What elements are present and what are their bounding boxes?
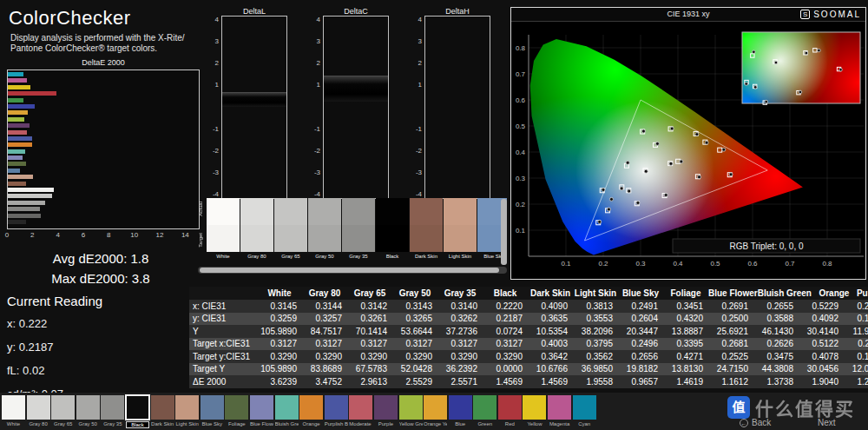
delta-axis-tick: -1	[204, 125, 219, 133]
delta-axis-tick: -2	[204, 147, 219, 155]
patch-color	[225, 395, 248, 420]
cie-inset-measured-marker	[799, 90, 802, 94]
cie-y-axis-labels: 0.10.20.30.40.50.60.70.8	[516, 44, 526, 235]
table-cell: 1.4569	[528, 377, 573, 387]
table-column-header: Gray 65	[347, 288, 392, 298]
patch-label: Purplish Blue	[325, 421, 348, 427]
table-cell: 30.0456	[799, 364, 844, 374]
patch-purple[interactable]: Purple	[374, 395, 398, 428]
patch-gray-50[interactable]: Gray 50	[76, 395, 100, 428]
delta-axis-tick: 1	[407, 81, 422, 89]
table-cell: 105.9890	[257, 327, 302, 336]
patch-light-skin[interactable]: Light Skin	[175, 395, 199, 428]
soomal-logo-icon: S	[800, 10, 810, 19]
table-cell: 0.3144	[302, 301, 347, 311]
compare-swatch-gray-65: Gray 65	[274, 198, 307, 261]
compare-horizontal-scrollbar[interactable]	[198, 267, 507, 274]
patch-color	[523, 395, 546, 420]
target-swatch	[308, 225, 341, 252]
patch-purplish-blue[interactable]: Purplish Blue	[325, 395, 348, 428]
deltae-bar-magenta	[8, 78, 27, 83]
scrollbar-thumb[interactable]	[200, 268, 499, 273]
patch-color	[449, 395, 472, 420]
actual-swatch	[207, 198, 240, 225]
patch-yellow[interactable]: Yellow	[523, 395, 546, 428]
patch-orange[interactable]: Orange	[299, 395, 323, 428]
cie-inset-measured-marker	[805, 51, 808, 55]
delta-axis-tick: 2	[204, 59, 219, 67]
patch-green[interactable]: Green	[473, 395, 496, 428]
delta-axis-tick: 3	[407, 37, 422, 45]
table-cell: 0.3562	[573, 352, 618, 361]
patch-moderate-red[interactable]: Moderate Red	[349, 395, 372, 428]
cie-measured-marker	[669, 162, 673, 165]
deltae-bar-foliage	[8, 162, 26, 166]
patch-orange-yellow[interactable]: Orange Yellow	[424, 395, 447, 428]
actual-row-label: Actual	[198, 202, 203, 216]
table-cell: 0.2118	[844, 339, 868, 348]
patch-yellow-green[interactable]: Yellow Green	[399, 395, 423, 428]
patch-gray-80[interactable]: Gray 80	[27, 395, 50, 428]
patch-foliage[interactable]: Foliage	[225, 395, 248, 428]
patch-color	[27, 395, 50, 420]
cie-measured-marker	[698, 175, 701, 179]
deltae-x-tick: 6	[82, 231, 85, 239]
deltae-bar-white	[8, 188, 54, 192]
table-row: x: CIE310.31450.31440.31420.31430.31400.…	[189, 300, 868, 313]
patch-label: Red	[498, 421, 522, 427]
de-summary: Avg dE2000: 1.8 Max dE2000: 3.8	[0, 248, 201, 288]
table-cell: 0.3290	[347, 352, 392, 361]
patch-bluish-green[interactable]: Bluish Green	[275, 395, 299, 428]
patch-color	[399, 395, 423, 420]
patch-label: White	[2, 421, 25, 427]
patch-blue-flower[interactable]: Blue Flower	[250, 395, 273, 428]
table-cell: 3.4752	[302, 377, 347, 387]
table-cell: 44.3808	[753, 364, 799, 374]
table-column-header: White	[257, 288, 302, 298]
patch-red[interactable]: Red	[498, 395, 522, 428]
deltae-bar-blue-sky	[8, 169, 20, 173]
delta-l-title: DeltaL	[221, 7, 287, 16]
deltae2000-chart	[7, 69, 200, 229]
cie-inset-measured-marker	[774, 61, 778, 64]
patch-magenta[interactable]: Magenta	[548, 395, 571, 428]
patch-blue-sky[interactable]: Blue Sky	[201, 395, 224, 428]
cie-x-tick: 0.4	[673, 260, 683, 268]
deltae2000-chart-title: DeltaE 2000	[7, 58, 200, 67]
compare-swatch-label: Light Skin	[444, 254, 477, 261]
cie-inset-measured-marker	[745, 83, 748, 86]
table-row-label: y: CIE31	[189, 314, 257, 323]
delta-axis-tick: -4	[204, 190, 219, 198]
table-cell: 0.3127	[347, 339, 392, 348]
table-cell: 0.5122	[799, 339, 844, 348]
patch-dark-skin[interactable]: Dark Skin	[151, 395, 174, 428]
deltae-bar-gray-65	[8, 201, 45, 205]
deltae-bar-cyan	[8, 72, 23, 76]
rgb-triplet-label: RGB Triplet: 0, 0, 0	[729, 241, 803, 251]
cie-measured-marker	[609, 197, 613, 201]
smzdm-watermark: 值 什么值得买	[727, 394, 855, 420]
deltae-x-tick: 0	[5, 231, 9, 239]
patch-gray-35[interactable]: Gray 35	[101, 395, 124, 428]
patch-blue[interactable]: Blue	[449, 395, 472, 428]
compare-swatch-label: White	[207, 254, 240, 261]
reading-fl: fL: 0.02	[7, 364, 102, 377]
patch-white[interactable]: White	[2, 395, 25, 428]
patch-black[interactable]: Black	[126, 395, 149, 428]
cie-measured-marker	[722, 148, 726, 151]
table-cell: 0.3795	[573, 339, 618, 348]
compare-vertical-scrollbar[interactable]	[501, 199, 507, 265]
patch-label: Foliage	[225, 421, 248, 427]
delta-axis-tick: 1	[204, 81, 219, 89]
table-cell: 12.0905	[844, 364, 868, 374]
table-cell: 0.2120	[844, 301, 868, 311]
cie-inset-measured-marker	[818, 49, 821, 52]
compare-swatch-label: Gray 65	[274, 254, 307, 261]
results-table: WhiteGray 80Gray 65Gray 50Gray 35BlackDa…	[189, 287, 868, 388]
patch-cyan[interactable]: Cyan	[573, 395, 596, 428]
cie-y-tick: 0.7	[516, 70, 526, 78]
actual-swatch	[308, 198, 341, 225]
cie-measured-marker	[670, 127, 674, 130]
table-cell: 0.4271	[663, 352, 708, 361]
patch-gray-65[interactable]: Gray 65	[51, 395, 75, 428]
